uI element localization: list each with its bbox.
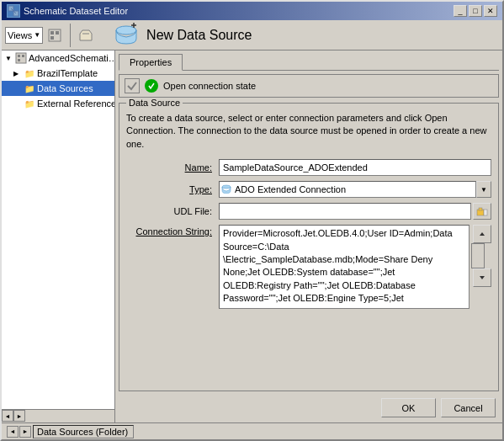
name-input[interactable]: [219, 159, 491, 176]
green-status-icon: [145, 79, 158, 93]
tree-item-brazil-label: BrazilTemplate: [37, 68, 98, 78]
main-window: Schematic Dataset Editor _ □ ✕ Views ▼: [0, 0, 504, 441]
status-nav: ◄ ►: [5, 425, 33, 438]
folder-icon-brazil: 📁: [24, 67, 35, 79]
name-row: Name:: [126, 159, 491, 176]
cancel-button[interactable]: Cancel: [441, 398, 496, 417]
connection-string-container: Provider=Microsoft.Jet.OLEDB.4.0;User ID…: [219, 225, 491, 309]
right-panel: Properties Open connection state: [115, 50, 502, 422]
status-panel: Data Sources (Folder): [33, 425, 134, 438]
ok-button[interactable]: OK: [381, 398, 436, 417]
status-bar: ◄ ► Data Sources (Folder): [2, 422, 502, 439]
folder-icon-external: 📁: [24, 98, 35, 109]
type-icon: [221, 183, 231, 195]
left-scroll-right[interactable]: ►: [13, 410, 25, 422]
close-button[interactable]: ✕: [484, 5, 497, 17]
toolbar: Views ▼: [2, 20, 502, 50]
tree-item-root[interactable]: ▼ AdvancedSchemati…: [2, 50, 114, 66]
new-datasource-title: New Data Source: [146, 28, 252, 43]
expand-icon-brazil: ▶: [13, 70, 22, 77]
conn-btn-top[interactable]: [473, 225, 491, 243]
svg-marker-7: [80, 30, 92, 40]
toolbar-btn-1[interactable]: [45, 25, 65, 45]
name-label: Name:: [126, 162, 219, 173]
svg-rect-5: [56, 31, 59, 35]
help-text: To create a data source, select or enter…: [126, 112, 491, 151]
minimize-button[interactable]: _: [454, 5, 467, 17]
left-panel-scroll: ◄ ►: [2, 409, 114, 422]
type-dropdown-wrapper: ADO Extended Connection ADO Connection O…: [219, 181, 491, 198]
new-datasource-icon: [113, 22, 140, 49]
udl-input[interactable]: [219, 203, 471, 220]
tree-item-datasources-label: Data Sources: [37, 83, 93, 93]
tree-item-external[interactable]: 📁 External References: [2, 96, 114, 111]
svg-point-16: [147, 82, 156, 90]
conn-btn-bottom[interactable]: [473, 268, 491, 287]
tab-bar: Properties: [119, 54, 499, 71]
status-check-btn[interactable]: [125, 78, 140, 93]
svg-point-17: [222, 185, 231, 189]
views-label: Views: [8, 30, 32, 40]
svg-rect-19: [479, 208, 482, 210]
expand-icon-root: ▼: [5, 55, 13, 62]
svg-rect-13: [18, 55, 20, 57]
tree-item-external-label: External References: [37, 98, 114, 109]
udl-row: UDL File:: [126, 203, 491, 220]
datasource-group: Data Source To create a data source, sel…: [119, 103, 499, 391]
connection-status-text: Open connection state: [163, 81, 256, 91]
toolbar-section-views: Views ▼: [5, 24, 71, 47]
connection-label: Connection String:: [126, 225, 219, 236]
views-dropdown[interactable]: Views ▼: [5, 27, 43, 44]
svg-rect-4: [50, 31, 54, 35]
connection-status: Open connection state: [119, 74, 499, 98]
type-label: Type:: [126, 184, 219, 194]
status-right-btn[interactable]: ►: [19, 426, 31, 438]
toolbar-btn-2[interactable]: [76, 25, 96, 45]
bottom-buttons: OK Cancel: [119, 395, 499, 419]
tree-item-brazil[interactable]: ▶ 📁 BrazilTemplate: [2, 66, 114, 81]
app-icon: [7, 4, 20, 18]
left-scroll-left[interactable]: ◄: [2, 410, 13, 422]
conn-scrollbar: [471, 225, 491, 287]
status-text: Data Sources (Folder): [37, 427, 128, 437]
svg-rect-12: [16, 53, 26, 63]
type-select[interactable]: ADO Extended Connection ADO Connection O…: [219, 181, 476, 198]
tree-item-datasources[interactable]: 📁 Data Sources: [2, 81, 114, 96]
root-icon: [15, 52, 27, 64]
new-datasource-header: New Data Source: [106, 19, 499, 52]
title-bar-left: Schematic Dataset Editor: [7, 4, 128, 18]
type-dropdown-btn[interactable]: ▼: [476, 181, 491, 198]
tab-properties-label: Properties: [130, 57, 172, 67]
title-bar-buttons: _ □ ✕: [454, 5, 497, 17]
connection-string-input[interactable]: Provider=Microsoft.Jet.OLEDB.4.0;User ID…: [219, 225, 470, 309]
udl-browse-btn[interactable]: [473, 203, 491, 220]
type-row: Type: ADO Extended Connection: [126, 181, 491, 198]
views-dropdown-arrow: ▼: [34, 31, 40, 39]
tab-properties[interactable]: Properties: [119, 54, 183, 71]
group-title: Data Source: [126, 98, 183, 108]
svg-rect-15: [18, 59, 20, 61]
maximize-button[interactable]: □: [469, 5, 482, 17]
svg-rect-6: [50, 36, 54, 40]
connection-string-row: Connection String: Provider=Microsoft.Je…: [126, 225, 491, 384]
main-content: ▼ AdvancedSchemati… ▶ 📁 BrazilTem: [2, 50, 502, 422]
scrollbar-track: [471, 243, 485, 268]
tree-view: ▼ AdvancedSchemati… ▶ 📁 BrazilTem: [2, 50, 114, 409]
status-left-btn[interactable]: ◄: [7, 426, 19, 438]
folder-icon-datasources: 📁: [24, 82, 35, 94]
udl-label: UDL File:: [126, 206, 219, 216]
tree-root-label: AdvancedSchemati…: [29, 53, 114, 63]
svg-rect-20: [484, 210, 487, 215]
window-title: Schematic Dataset Editor: [24, 6, 128, 16]
type-dropdown-container: ADO Extended Connection ADO Connection O…: [219, 181, 476, 198]
left-panel: ▼ AdvancedSchemati… ▶ 📁 BrazilTem: [2, 50, 115, 422]
svg-rect-14: [22, 55, 24, 57]
